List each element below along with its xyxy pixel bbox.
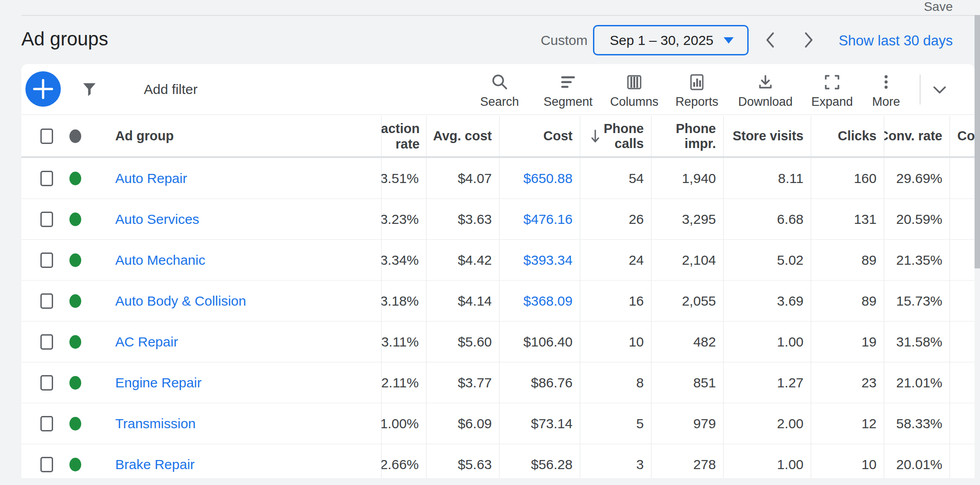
table-row: Auto Repair 3.51% $4.07 $650.88 54 1,940… [21, 158, 975, 199]
collapse-toolbar-button[interactable] [931, 81, 949, 99]
status-column-icon [69, 129, 81, 143]
page-title: Ad groups [21, 26, 108, 52]
column-header-store-visits[interactable]: Store visits [723, 116, 811, 156]
table-row: Auto Body & Collision 3.18% $4.14 $368.0… [21, 281, 975, 322]
cell-phone-calls: 16 [580, 281, 651, 321]
cell-avg-cost: $4.07 [426, 158, 499, 198]
cell-clicks: 131 [811, 199, 884, 239]
cell-ad-group: Engine Repair [21, 362, 381, 403]
column-header-clipped[interactable]: Co [950, 116, 975, 156]
ad-group-link[interactable]: Auto Services [115, 199, 199, 239]
next-period-button[interactable] [799, 31, 817, 49]
ad-groups-page: Save Ad groups Custom Sep 1 – 30, 2025 S… [0, 0, 980, 485]
row-checkbox[interactable] [40, 334, 53, 350]
row-checkbox[interactable] [40, 252, 53, 268]
reports-button[interactable]: Reports [663, 64, 731, 115]
column-header-phone-calls[interactable]: Phone calls [580, 116, 651, 156]
add-filter-label[interactable]: Add filter [144, 82, 197, 97]
scrollbar-thumb[interactable] [975, 15, 980, 268]
ad-group-link[interactable]: Auto Mechanic [115, 240, 205, 280]
column-header-phone-impr[interactable]: Phone impr. [651, 116, 723, 156]
column-header-interaction-rate[interactable]: Interaction rate [381, 116, 426, 156]
vertical-scrollbar[interactable] [975, 15, 980, 485]
cell-store-visits: 1.27 [723, 362, 811, 403]
filter-button[interactable] [80, 80, 98, 99]
row-checkbox[interactable] [40, 457, 53, 472]
cell-avg-cost: $4.14 [426, 281, 499, 321]
cell-cost: $393.34 [499, 240, 580, 280]
row-checkbox[interactable] [40, 293, 53, 309]
ad-group-link[interactable]: Auto Repair [115, 158, 187, 198]
date-range-type-label: Custom [517, 33, 588, 48]
status-enabled-icon [69, 417, 81, 431]
chevron-left-icon [767, 33, 773, 47]
status-enabled-icon [69, 172, 81, 185]
previous-period-button[interactable] [762, 31, 780, 49]
ad-group-link[interactable]: Transmission [115, 403, 196, 444]
top-divider [21, 15, 975, 16]
cell-ad-group: Transmission [21, 403, 381, 444]
search-icon [490, 72, 510, 92]
row-checkbox[interactable] [40, 416, 53, 431]
table-body: Auto Repair 3.51% $4.07 $650.88 54 1,940… [21, 158, 975, 485]
table-row: Engine Repair 2.11% $3.77 $86.76 8 851 1… [21, 362, 975, 403]
ad-group-link[interactable]: AC Repair [115, 322, 178, 362]
cell-avg-cost: $6.09 [426, 403, 499, 444]
show-last-30-days-link[interactable]: Show last 30 days [837, 33, 953, 49]
table-row: Transmission 1.00% $6.09 $73.14 5 979 2.… [21, 403, 975, 444]
columns-button[interactable]: Columns [600, 64, 668, 115]
status-enabled-icon [69, 253, 81, 267]
segment-icon [558, 72, 578, 92]
cell-phone-impr: 2,055 [651, 281, 723, 321]
column-header-clicks[interactable]: Clicks [811, 116, 884, 156]
cell-clicks: 23 [811, 362, 884, 403]
ad-groups-card: Add filter Search Segment [21, 64, 975, 485]
search-button[interactable]: Search [466, 64, 534, 115]
column-header-avg-cost[interactable]: Avg. cost [426, 116, 499, 156]
column-header-ad-group[interactable]: Ad group [21, 116, 381, 156]
cell-interaction-rate: 2.11% [381, 362, 426, 403]
status-enabled-icon [69, 335, 81, 349]
cell-phone-impr: 851 [651, 362, 723, 403]
row-checkbox[interactable] [40, 212, 53, 227]
row-checkbox[interactable] [40, 375, 53, 391]
cell-store-visits: 8.11 [723, 158, 811, 198]
ad-group-link[interactable]: Engine Repair [115, 362, 201, 403]
cell-clipped [950, 240, 975, 280]
chevron-down-icon [934, 87, 945, 93]
cell-clipped [950, 322, 975, 362]
cell-interaction-rate: 3.11% [381, 322, 426, 362]
cell-ad-group: Auto Body & Collision [21, 281, 381, 321]
cell-clipped [950, 403, 975, 444]
toolbar-divider [920, 74, 921, 104]
status-enabled-icon [69, 376, 81, 390]
column-header-conv-rate[interactable]: Conv. rate [884, 116, 950, 156]
table-header-row: Ad group Interaction rate Avg. cost Cost… [21, 116, 975, 158]
save-button[interactable]: Save [912, 0, 953, 15]
columns-icon [624, 72, 644, 92]
add-ad-group-button[interactable] [25, 71, 61, 107]
cell-ad-group: AC Repair [21, 322, 381, 362]
select-all-checkbox[interactable] [40, 129, 53, 144]
status-enabled-icon [69, 294, 81, 308]
expand-icon [822, 72, 842, 92]
cell-avg-cost: $3.63 [426, 199, 499, 239]
segment-button[interactable]: Segment [534, 64, 602, 115]
cell-conv-rate: 20.59% [884, 199, 950, 239]
ad-group-link[interactable]: Auto Body & Collision [115, 281, 246, 321]
cell-store-visits: 2.00 [723, 403, 811, 444]
more-button[interactable]: More [852, 64, 920, 115]
row-checkbox[interactable] [40, 171, 53, 186]
cell-conv-rate: 29.69% [884, 158, 950, 198]
filter-funnel-icon [80, 80, 98, 99]
cell-phone-impr: 482 [651, 322, 723, 362]
download-button[interactable]: Download [731, 64, 799, 115]
cell-phone-impr: 1,940 [651, 158, 723, 198]
column-header-cost[interactable]: Cost [499, 116, 580, 156]
table-row: Auto Mechanic 3.34% $4.42 $393.34 24 2,1… [21, 240, 975, 281]
cell-cost: $106.40 [499, 322, 580, 362]
date-range-picker[interactable]: Sep 1 – 30, 2025 [593, 25, 749, 55]
cell-clicks: 89 [811, 240, 884, 280]
cell-interaction-rate: 1.00% [381, 403, 426, 444]
cell-conv-rate: 21.35% [884, 240, 950, 280]
